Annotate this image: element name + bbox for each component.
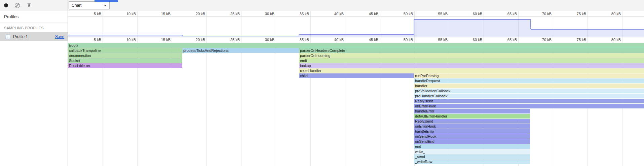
memory-overview[interactable] — [68, 16, 644, 37]
flame-frame[interactable]: onconnection — [68, 53, 182, 58]
flame-frame[interactable]: processTicksAndRejections — [182, 48, 299, 53]
overview-segment — [414, 19, 531, 37]
profile-icon — [5, 34, 10, 39]
flame-frame[interactable]: routeHandler — [299, 68, 644, 73]
flame-frame[interactable]: handleError — [414, 109, 530, 113]
toolbar: Chart — [0, 0, 644, 11]
flame-frame[interactable]: defaultErrorHandler — [414, 114, 530, 119]
save-link[interactable]: Save — [55, 34, 64, 39]
overview-segment — [299, 34, 414, 37]
flame-frame[interactable]: handleRequest — [414, 78, 644, 83]
profiles-title: Profiles — [0, 11, 68, 23]
overview-segment — [68, 35, 182, 37]
ruler-label: 25 kB — [220, 38, 240, 42]
ruler-label: 20 kB — [185, 12, 205, 16]
profile-name: Profile 1 — [13, 34, 28, 39]
ruler-bottom: 5 kB10 kB15 kB20 kB25 kB30 kB35 kB40 kB4… — [68, 37, 644, 43]
record-button[interactable] — [3, 3, 9, 8]
chevron-down-icon — [104, 5, 107, 6]
ruler-label: 20 kB — [185, 38, 205, 42]
flame-frame[interactable]: Reply.send — [414, 119, 530, 124]
flame-frame[interactable]: preValidationCallback — [414, 89, 644, 93]
flame-frame[interactable]: parserOnHeadersComplete — [299, 48, 644, 53]
ruler-label: 15 kB — [150, 38, 171, 42]
sampling-profiles-header: SAMPLING PROFILES — [0, 23, 68, 32]
ruler-label: 75 kB — [566, 38, 586, 42]
ruler-label: 30 kB — [254, 38, 274, 42]
sidebar-divider — [68, 0, 68, 166]
ruler-label: 30 kB — [254, 12, 274, 16]
ruler-label: 10 kB — [116, 12, 136, 16]
ruler-label: 65 kB — [497, 12, 517, 16]
ruler-label: 50 kB — [393, 12, 413, 16]
flame-frame[interactable]: onErrorHook — [414, 104, 644, 108]
flame-frame[interactable]: _writeRaw — [414, 159, 530, 164]
flame-frame[interactable]: Readable.on — [68, 63, 182, 68]
ruler-label: 5 kB — [81, 12, 101, 16]
ruler-label: 35 kB — [289, 38, 309, 42]
chart-pane: 5 kB10 kB15 kB20 kB25 kB30 kB35 kB40 kB4… — [68, 11, 644, 166]
ruler-label: 80 kB — [601, 38, 621, 42]
sidebar: Profiles SAMPLING PROFILES Profile 1 Sav… — [0, 11, 68, 166]
chart-view-select-value: Chart — [72, 3, 81, 8]
flame-frame[interactable]: _send — [414, 154, 530, 159]
overview-step — [530, 19, 531, 29]
ruler-label: 15 kB — [150, 12, 171, 16]
flame-frame[interactable]: end — [414, 144, 530, 149]
ruler-label: 35 kB — [289, 12, 309, 16]
record-icon — [4, 3, 8, 7]
ruler-label: 50 kB — [393, 38, 413, 42]
ruler-label: 25 kB — [220, 12, 240, 16]
ruler-label: 5 kB — [81, 38, 101, 42]
ruler-label: 80 kB — [601, 12, 621, 16]
flame-frame[interactable]: preHandlerCallback — [414, 94, 644, 98]
ruler-label: 70 kB — [531, 38, 552, 42]
flame-frame[interactable]: onSendEnd — [414, 139, 530, 144]
flame-frame[interactable]: (root) — [68, 43, 644, 48]
ruler-label: 60 kB — [462, 12, 482, 16]
flame-frame[interactable]: callbackTrampoline — [68, 48, 182, 53]
ruler-label: 45 kB — [358, 12, 378, 16]
profile-item[interactable]: Profile 1 Save — [0, 32, 68, 41]
overview-segment — [531, 29, 644, 37]
overview-step — [182, 35, 183, 36]
ruler-top: 5 kB10 kB15 kB20 kB25 kB30 kB35 kB40 kB4… — [68, 11, 644, 17]
flame-frame[interactable]: Socket — [68, 58, 182, 63]
clear-icon — [15, 3, 20, 8]
flame-frame[interactable]: Reply.send — [414, 99, 644, 103]
flame-frame[interactable]: onErrorHook — [414, 124, 530, 129]
ruler-label: 10 kB — [116, 38, 136, 42]
ruler-label: 65 kB — [497, 38, 517, 42]
flame-frame[interactable]: onSendHook — [414, 134, 530, 139]
flame-frame[interactable]: lookup — [299, 63, 644, 68]
flame-frame[interactable]: runPreParsing — [414, 73, 644, 78]
flame-frame[interactable]: handleError — [414, 129, 530, 134]
ruler-label: 45 kB — [358, 38, 378, 42]
flame-frame[interactable]: parserOnIncoming — [299, 53, 644, 58]
flame-frame[interactable]: emit — [299, 58, 644, 63]
flame-frame[interactable]: child — [299, 73, 414, 78]
ruler-label: 60 kB — [462, 38, 482, 42]
flame-chart: (root)callbackTrampolineprocessTicksAndR… — [68, 43, 644, 166]
memory-profiler-panel: Chart Profiles SAMPLING PROFILES Profile… — [0, 0, 644, 166]
trash-icon — [27, 2, 32, 8]
flame-frame[interactable]: handler — [414, 84, 644, 88]
ruler-label: 55 kB — [427, 38, 448, 42]
chart-view-select[interactable]: Chart — [69, 1, 110, 9]
clear-profiles-button[interactable] — [14, 2, 21, 9]
overview-step — [414, 19, 414, 34]
ruler-label: 55 kB — [427, 12, 448, 16]
ruler-label: 75 kB — [566, 12, 586, 16]
ruler-label: 40 kB — [324, 38, 344, 42]
overview-step — [299, 34, 299, 36]
ruler-label: 70 kB — [531, 12, 552, 16]
delete-profile-button[interactable] — [26, 2, 32, 9]
flame-frame[interactable]: write_ — [414, 149, 530, 154]
active-tab-indicator — [94, 0, 118, 2]
toolbar-buttons — [3, 0, 32, 11]
ruler-label: 40 kB — [324, 12, 344, 16]
